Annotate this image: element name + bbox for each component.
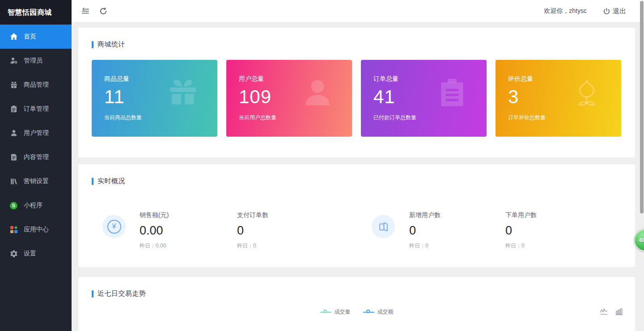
metric-paid-orders: 支付订单数 0 昨日：0 <box>237 211 326 250</box>
open-door-icon <box>372 215 395 238</box>
card-title: 用户总量 <box>239 75 352 83</box>
title-accent-bar <box>92 41 93 48</box>
metric-yesterday: 昨日：0.00 <box>140 242 229 250</box>
refresh-icon[interactable] <box>99 7 108 16</box>
card-subtitle: 当前商品总数量 <box>104 114 217 122</box>
card-subtitle: 已付款订单总数量 <box>373 114 487 122</box>
sidebar-item-products[interactable]: 商品管理 <box>0 73 72 97</box>
topbar-right: 欢迎你，zhtysc 退出 <box>544 0 626 22</box>
legend-label: 成交量 <box>335 308 351 316</box>
chart-legend: 成交量 成交额 <box>78 308 635 316</box>
stat-cards-row: 商品总量 11 当前商品总数量 用户总量 109 当前用户总数量 订单总量 41… <box>92 60 622 137</box>
stat-card-users[interactable]: 用户总量 109 当前用户总数量 <box>226 60 352 137</box>
sidebar-item-content[interactable]: 内容管理 <box>0 145 72 169</box>
sidebar-item-label: 订单管理 <box>24 105 49 113</box>
metric-value: 0 <box>237 224 326 238</box>
metric-sales: 销售额(元) 0.00 昨日：0.00 <box>140 211 229 250</box>
sidebar-item-users[interactable]: 用户管理 <box>0 121 72 145</box>
legend-marker <box>320 309 331 315</box>
user-icon <box>9 129 18 138</box>
legend-item-amount[interactable]: 成交额 <box>363 308 394 316</box>
badge-count: 48 <box>639 237 644 243</box>
metric-yesterday: 昨日：0 <box>237 242 326 250</box>
clipboard-icon <box>435 75 470 110</box>
stat-card-reviews[interactable]: 评价总量 3 订单评价总数量 <box>496 60 621 137</box>
card-value: 109 <box>239 86 352 108</box>
realtime-metrics-row: ¥ 销售额(元) 0.00 昨日：0.00 支付订单数 0 昨日：0 新增用户数… <box>78 211 635 260</box>
miniprogram-icon: S <box>9 201 18 210</box>
stat-card-orders[interactable]: 订单总量 41 已付款订单总数量 <box>361 60 487 137</box>
card-title: 订单总量 <box>373 75 487 83</box>
bar-chart-toggle-icon[interactable] <box>615 308 623 316</box>
section-title-text: 近七日交易走势 <box>97 289 146 298</box>
sidebar-item-admin[interactable]: 管理员 <box>0 49 72 73</box>
sidebar-menu: 首页 管理员 商品管理 订单管理 用户管理 <box>0 25 72 266</box>
appcenter-icon <box>9 226 18 234</box>
card-subtitle: 当前用户总数量 <box>239 114 352 122</box>
power-icon <box>603 8 610 15</box>
sidebar-item-label: 首页 <box>24 33 36 41</box>
card-title: 评价总量 <box>508 75 621 83</box>
sidebar-item-settings[interactable]: 设置 <box>0 242 72 266</box>
metric-label: 下单用户数 <box>505 211 595 219</box>
metric-yesterday: 昨日：0 <box>505 242 595 250</box>
trend-panel: 近七日交易走势 成交量 成交额 <box>78 277 635 331</box>
marketing-books-icon <box>9 177 18 186</box>
flower-icon <box>569 75 604 110</box>
vertical-scrollbar-thumb[interactable] <box>640 1 644 214</box>
sidebar-item-label: 商品管理 <box>24 81 49 89</box>
metric-label: 销售额(元) <box>140 211 229 219</box>
collapse-sidebar-icon[interactable] <box>81 7 90 16</box>
logout-button[interactable]: 退出 <box>603 7 626 16</box>
sidebar-item-marketing[interactable]: 营销设置 <box>0 169 72 193</box>
card-subtitle: 订单评价总数量 <box>508 114 621 122</box>
settings-gear-icon <box>9 250 18 258</box>
sidebar-item-label: 小程序 <box>24 201 42 209</box>
metric-value: 0.00 <box>140 224 229 238</box>
gift-icon <box>165 75 200 110</box>
metric-value: 0 <box>505 224 595 238</box>
section-title-text: 实时概况 <box>97 177 125 185</box>
floating-service-badge[interactable]: 48 <box>634 228 644 251</box>
card-title: 商品总量 <box>104 75 217 83</box>
sidebar-item-appcenter[interactable]: 应用中心 <box>0 218 72 242</box>
section-title-text: 商城统计 <box>97 40 125 49</box>
sidebar: 智慧恬园商城 首页 管理员 商品管理 订单管理 <box>0 0 72 331</box>
sidebar-item-label: 设置 <box>24 250 36 258</box>
sidebar-item-label: 用户管理 <box>24 129 49 137</box>
sidebar-item-label: 内容管理 <box>24 153 49 161</box>
card-value: 3 <box>508 86 621 108</box>
card-value: 41 <box>373 86 487 108</box>
chart-toolbox <box>600 308 623 316</box>
metric-ordering-users: 下单用户数 0 昨日：0 <box>505 211 595 250</box>
stat-card-products[interactable]: 商品总量 11 当前商品总数量 <box>92 60 217 137</box>
yuan-circle-icon: ¥ <box>102 215 126 238</box>
person-icon <box>300 75 335 110</box>
stats-panel: 商城统计 商品总量 11 当前商品总数量 用户总量 109 当前用户总数量 订单… <box>78 28 635 157</box>
sidebar-item-miniprogram[interactable]: S 小程序 <box>0 193 72 218</box>
line-chart-toggle-icon[interactable] <box>600 308 608 316</box>
yuan-symbol: ¥ <box>112 222 116 230</box>
sidebar-item-home[interactable]: 首页 <box>0 25 72 49</box>
sidebar-item-label: 应用中心 <box>24 226 49 234</box>
sidebar-item-orders[interactable]: 订单管理 <box>0 97 72 121</box>
product-gift-icon <box>9 81 18 89</box>
title-accent-bar <box>92 178 93 185</box>
sidebar-item-label: 管理员 <box>24 57 42 65</box>
realtime-panel: 实时概况 ¥ 销售额(元) 0.00 昨日：0.00 支付订单数 0 昨日：0 … <box>78 164 635 267</box>
topbar: 欢迎你，zhtysc 退出 <box>72 0 644 22</box>
legend-marker <box>363 309 374 315</box>
sidebar-item-label: 营销设置 <box>24 177 49 185</box>
welcome-text: 欢迎你，zhtysc <box>544 7 587 15</box>
realtime-section-title: 实时概况 <box>78 164 635 185</box>
card-value: 11 <box>104 86 217 108</box>
trend-section-title: 近七日交易走势 <box>78 277 635 298</box>
logout-label: 退出 <box>613 7 626 16</box>
legend-item-volume[interactable]: 成交量 <box>320 308 351 316</box>
metric-yesterday: 昨日：0 <box>409 242 499 250</box>
content-document-icon <box>9 153 18 162</box>
home-icon <box>9 33 18 41</box>
legend-label: 成交额 <box>377 308 394 316</box>
app-title: 智慧恬园商城 <box>0 0 72 25</box>
order-clipboard-icon <box>9 105 18 113</box>
